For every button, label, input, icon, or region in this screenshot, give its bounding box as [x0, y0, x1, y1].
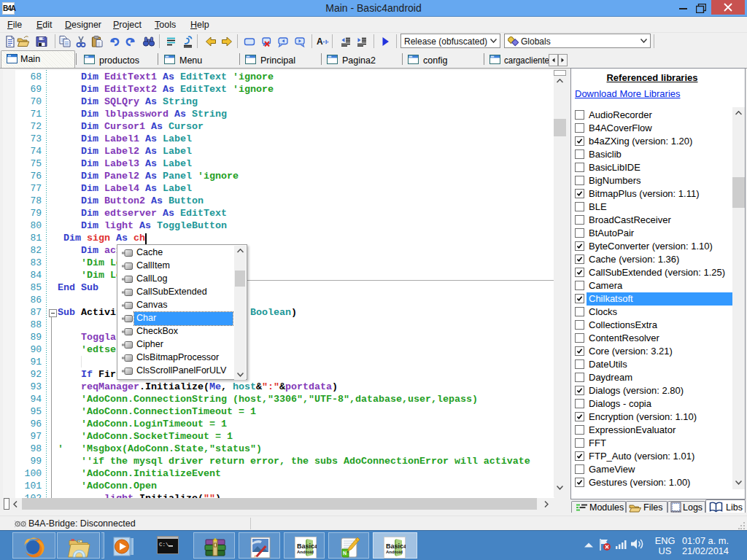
svg-text:Basic4: Basic4 — [297, 542, 317, 550]
svg-text:Android: Android — [386, 550, 403, 554]
svg-text:N: N — [343, 551, 347, 556]
svg-text:C:\: C:\ — [159, 542, 169, 548]
svg-text:A: A — [317, 36, 323, 47]
svg-text:Android: Android — [297, 550, 314, 554]
svg-text:Basic4: Basic4 — [386, 542, 406, 550]
